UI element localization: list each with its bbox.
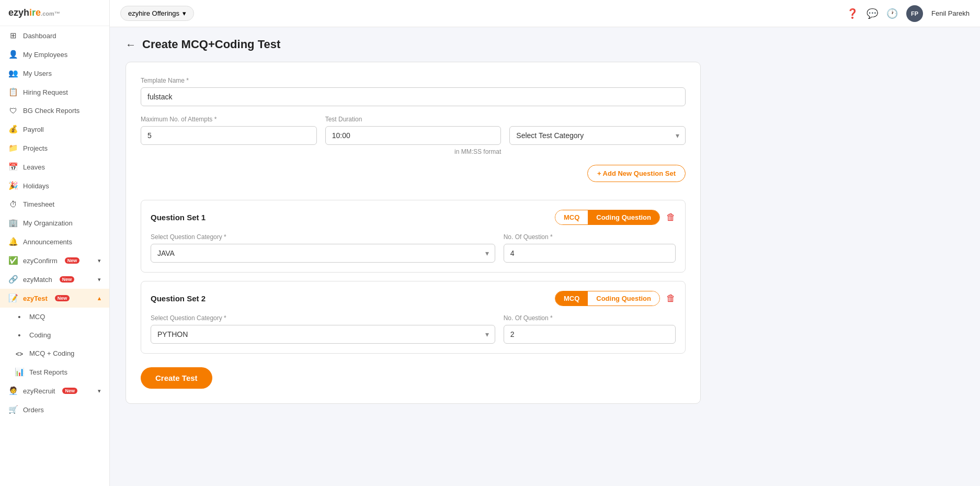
qs-tab-2-coding-question[interactable]: Coding Question — [588, 291, 659, 306]
users-icon: 👥 — [8, 69, 18, 78]
dashboard-icon: ⊞ — [8, 31, 18, 40]
sidebar-item-label-projects: Projects — [23, 144, 48, 152]
payroll-icon: 💰 — [8, 125, 18, 134]
sidebar-item-users[interactable]: 👥My Users — [0, 64, 109, 83]
chevron-ezytest: ▴ — [98, 295, 101, 302]
sidebar-item-mcq-coding[interactable]: <>MCQ + Coding — [0, 344, 109, 363]
page-title: Create MCQ+Coding Test — [142, 38, 280, 51]
org-icon: 🏢 — [8, 218, 18, 228]
logo: ezyhire.com™ — [8, 7, 60, 18]
qs-num-input-2[interactable] — [504, 325, 676, 344]
max-attempts-input[interactable] — [141, 126, 317, 145]
params-row: Maximum No. of Attempts * Test Duration … — [141, 116, 686, 155]
sidebar-item-payroll[interactable]: 💰Payroll — [0, 120, 109, 139]
sidebar-item-label-mcq-coding: MCQ + Coding — [29, 349, 74, 357]
sidebar-item-timesheet[interactable]: ⏱Timesheet — [0, 195, 109, 213]
sidebar-item-announcements[interactable]: 🔔Announcements — [0, 232, 109, 251]
sidebar-item-label-ezymatch: ezyMatch — [23, 276, 52, 284]
sidebar-item-ezymatch[interactable]: 🔗ezyMatchNew▾ — [0, 270, 109, 289]
qs-category-select-1[interactable]: JAVA — [151, 244, 495, 263]
sidebar-item-ezyconfirm[interactable]: ✅ezyConfirmNew▾ — [0, 251, 109, 270]
sidebar-item-holidays[interactable]: 🎉Holidays — [0, 176, 109, 195]
mcq-coding-icon: <> — [15, 349, 24, 358]
template-name-input[interactable] — [141, 87, 686, 106]
qs-category-select-2[interactable]: PYTHON — [151, 325, 495, 344]
ezyrecruit-icon: 🧑‍💼 — [8, 386, 18, 395]
qs-toggle-2: MCQCoding Question — [555, 291, 660, 306]
sidebar-item-orders[interactable]: 🛒Orders — [0, 400, 109, 419]
sidebar-item-label-dashboard: Dashboard — [23, 32, 56, 40]
history-icon[interactable]: 🕐 — [886, 8, 898, 19]
avatar[interactable]: FP — [906, 5, 923, 22]
add-question-set-button[interactable]: + Add New Question Set — [587, 165, 686, 182]
test-category-select[interactable]: Select Test Category — [509, 126, 686, 145]
sidebar-item-employees[interactable]: 👤My Employees — [0, 45, 109, 64]
header: ezyhire Offerings ▾ ❓ 💬 🕐 FP Fenil Parek… — [110, 0, 980, 27]
qs-tab-1-coding-question[interactable]: Coding Question — [588, 210, 659, 224]
max-attempts-label: Maximum No. of Attempts * — [141, 116, 317, 123]
sidebar-item-label-test-reports: Test Reports — [29, 368, 67, 376]
sidebar-item-hiring[interactable]: 📋Hiring Request — [0, 83, 109, 101]
delete-qs-1[interactable]: 🗑 — [666, 212, 676, 223]
offerings-label: ezyhire Offerings — [128, 9, 179, 17]
ezyconfirm-icon: ✅ — [8, 256, 18, 265]
create-test-button[interactable]: Create Test — [141, 367, 212, 389]
qs-body-1: Select Question Category *JAVANo. Of Que… — [151, 233, 676, 263]
mcq-icon: • — [15, 312, 24, 321]
sidebar-item-ezyrecruit[interactable]: 🧑‍💼ezyRecruitNew▾ — [0, 381, 109, 400]
sidebar-item-org[interactable]: 🏢My Organization — [0, 213, 109, 232]
coding-icon: • — [15, 331, 24, 340]
template-name-row: Template Name * — [141, 77, 686, 106]
sidebar-item-projects[interactable]: 📁Projects — [0, 139, 109, 157]
page-header: ← Create MCQ+Coding Test — [126, 38, 964, 51]
ezytest-icon: 📝 — [8, 293, 18, 303]
question-set-2: Question Set 2MCQCoding Question🗑Select … — [141, 281, 686, 354]
test-duration-input[interactable] — [325, 126, 502, 145]
back-button[interactable]: ← — [126, 39, 136, 51]
template-name-label: Template Name * — [141, 77, 686, 84]
chevron-down-icon: ▾ — [183, 9, 186, 17]
test-duration-label: Test Duration — [325, 116, 502, 123]
sidebar-item-leaves[interactable]: 📅Leaves — [0, 157, 109, 176]
qs-category-label-2: Select Question Category * — [151, 314, 495, 322]
form-card: Template Name * Maximum No. of Attempts … — [126, 62, 701, 404]
test-category-select-wrapper: Select Test Category — [509, 126, 686, 145]
sidebar-item-coding[interactable]: •Coding — [0, 326, 109, 344]
question-sets-container: Question Set 1MCQCoding Question🗑Select … — [141, 200, 686, 354]
qs-header-2: Question Set 2MCQCoding Question🗑 — [151, 291, 676, 306]
main: ezyhire Offerings ▾ ❓ 💬 🕐 FP Fenil Parek… — [110, 0, 980, 486]
sidebar-item-label-org: My Organization — [23, 219, 73, 227]
badge-ezyconfirm: New — [65, 257, 80, 264]
qs-tab-1-mcq[interactable]: MCQ — [555, 210, 588, 224]
app-root: ezyhire.com™ ⊞Dashboard👤My Employees👥My … — [0, 0, 980, 486]
bg-check-icon: 🛡 — [8, 106, 18, 115]
sidebar-item-label-users: My Users — [23, 70, 52, 77]
sidebar-item-mcq[interactable]: •MCQ — [0, 308, 109, 326]
help-icon[interactable]: ❓ — [847, 8, 858, 19]
test-category-group: Select Test Category — [509, 116, 686, 145]
qs-num-group-2: No. Of Question * — [504, 314, 676, 344]
chevron-ezymatch: ▾ — [98, 276, 101, 283]
sidebar-item-label-ezyrecruit: ezyRecruit — [23, 387, 55, 395]
orders-icon: 🛒 — [8, 405, 18, 414]
sidebar-item-ezytest[interactable]: 📝ezyTestNew▴ — [0, 289, 109, 308]
sidebar-item-label-ezyconfirm: ezyConfirm — [23, 257, 58, 265]
qs-title-2: Question Set 2 — [151, 294, 206, 303]
qs-num-input-1[interactable] — [504, 244, 676, 263]
sidebar-item-label-coding: Coding — [29, 331, 51, 339]
projects-icon: 📁 — [8, 143, 18, 153]
sidebar-item-bg-check[interactable]: 🛡BG Check Reports — [0, 101, 109, 120]
timesheet-icon: ⏱ — [8, 200, 18, 209]
sidebar-item-label-orders: Orders — [23, 406, 44, 414]
qs-num-label-2: No. Of Question * — [504, 314, 676, 322]
sidebar-item-label-leaves: Leaves — [23, 163, 45, 171]
sidebar-item-test-reports[interactable]: 📊Test Reports — [0, 363, 109, 381]
hiring-icon: 📋 — [8, 87, 18, 97]
qs-tab-2-mcq[interactable]: MCQ — [555, 291, 588, 306]
sidebar-item-label-payroll: Payroll — [23, 126, 44, 133]
offerings-button[interactable]: ezyhire Offerings ▾ — [120, 6, 194, 21]
badge-ezymatch: New — [60, 276, 75, 282]
sidebar-item-dashboard[interactable]: ⊞Dashboard — [0, 26, 109, 45]
messages-icon[interactable]: 💬 — [867, 8, 878, 19]
delete-qs-2[interactable]: 🗑 — [666, 293, 676, 304]
